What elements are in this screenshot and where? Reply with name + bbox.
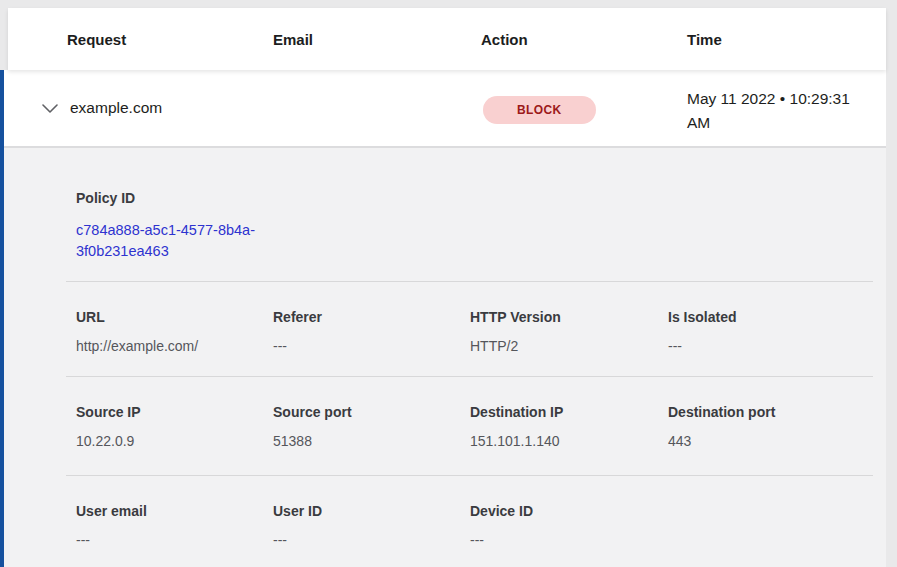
user-section: User email --- User ID --- Device ID ---: [4, 476, 886, 567]
column-header-action: Action: [481, 31, 687, 48]
field-label: Device ID: [470, 504, 668, 518]
field-value: ---: [470, 533, 668, 547]
field-value: 51388: [273, 434, 470, 448]
field-label: URL: [76, 310, 273, 324]
action-status-badge: BLOCK: [483, 96, 596, 124]
table-header: Request Email Action Time: [8, 8, 886, 70]
column-header-email: Email: [273, 31, 481, 48]
request-meta-section: URL http://example.com/ Referer --- HTTP…: [4, 282, 886, 376]
row-detail-panel: Policy ID c784a888-a5c1-4577-8b4a-3f0b23…: [4, 148, 886, 567]
field-user-id: User ID ---: [273, 504, 470, 547]
field-label: User email: [76, 504, 273, 518]
field-source-port: Source port 51388: [273, 405, 470, 448]
expanded-log-row-group: example.com BLOCK May 11 2022 • 10:29:31…: [0, 70, 886, 567]
field-label: Source IP: [76, 405, 273, 419]
field-label: User ID: [273, 504, 470, 518]
network-section: Source IP 10.22.0.9 Source port 51388 De…: [4, 377, 886, 475]
policy-id-label: Policy ID: [76, 191, 886, 205]
field-value: 151.101.1.140: [470, 434, 668, 448]
field-url: URL http://example.com/: [76, 310, 273, 353]
field-label: Referer: [273, 310, 470, 324]
field-value: http://example.com/: [76, 339, 273, 353]
field-label: HTTP Version: [470, 310, 668, 324]
policy-id-section: Policy ID c784a888-a5c1-4577-8b4a-3f0b23…: [4, 148, 886, 281]
chevron-down-icon: [42, 104, 58, 113]
field-label: Destination port: [668, 405, 886, 419]
request-domain: example.com: [70, 99, 162, 117]
field-label: Destination IP: [470, 405, 668, 419]
field-user-email: User email ---: [76, 504, 273, 547]
field-is-isolated: Is Isolated ---: [668, 310, 886, 353]
field-http-version: HTTP Version HTTP/2: [470, 310, 668, 353]
field-destination-port: Destination port 443: [668, 405, 886, 448]
field-destination-ip: Destination IP 151.101.1.140: [470, 405, 668, 448]
table-row[interactable]: example.com BLOCK May 11 2022 • 10:29:31…: [4, 70, 886, 148]
column-header-request: Request: [67, 31, 273, 48]
column-header-time: Time: [687, 31, 886, 48]
field-value: 443: [668, 434, 886, 448]
field-value: ---: [273, 533, 470, 547]
collapse-row-button[interactable]: [41, 99, 59, 117]
field-label: Is Isolated: [668, 310, 886, 324]
field-value: ---: [76, 533, 273, 547]
field-value: ---: [273, 339, 470, 353]
field-label: Source port: [273, 405, 470, 419]
field-value: ---: [668, 339, 886, 353]
row-timestamp: May 11 2022 • 10:29:31 AM: [687, 87, 865, 135]
field-value: 10.22.0.9: [76, 434, 273, 448]
field-referer: Referer ---: [273, 310, 470, 353]
field-value: HTTP/2: [470, 339, 668, 353]
policy-id-link[interactable]: c784a888-a5c1-4577-8b4a-3f0b231ea463: [76, 220, 280, 262]
field-source-ip: Source IP 10.22.0.9: [76, 405, 273, 448]
field-device-id: Device ID ---: [470, 504, 668, 547]
